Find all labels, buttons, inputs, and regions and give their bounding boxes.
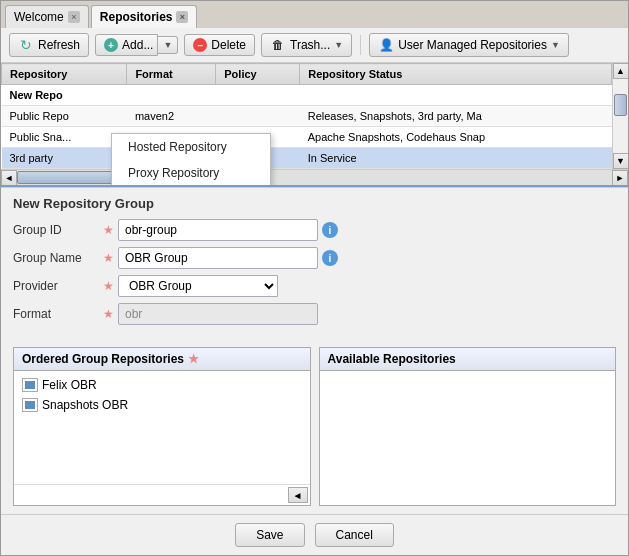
repository-table: Repository Format Policy Repository Stat…	[1, 63, 612, 169]
ordered-group-content: Felix OBR Snapshots OBR	[14, 371, 310, 484]
list-item[interactable]: Snapshots OBR	[18, 395, 306, 415]
available-repos-panel: Available Repositories	[319, 347, 617, 506]
col-format: Format	[127, 64, 216, 85]
add-label: Add...	[122, 38, 153, 52]
user-icon: 👤	[378, 37, 394, 53]
provider-select[interactable]: OBR Group	[118, 275, 278, 297]
toolbar-separator	[360, 35, 361, 55]
group-name-row: Group Name ★ i	[13, 247, 616, 269]
table-inner: Repository Format Policy Repository Stat…	[1, 63, 612, 169]
table-horizontal-scrollbar: ◄ ►	[1, 169, 628, 185]
table-row[interactable]: Public Sna... maven2 Apache Snapshots, C…	[2, 127, 612, 148]
group-name-label: Group Name	[13, 251, 103, 265]
tab-welcome[interactable]: Welcome ×	[5, 5, 89, 28]
ordered-group-title: Ordered Group Repositories	[22, 352, 184, 366]
form-title: New Repository Group	[13, 196, 616, 211]
provider-row: Provider ★ OBR Group	[13, 275, 616, 297]
trash-icon: 🗑	[270, 37, 286, 53]
add-button-group: + Add... ▼	[95, 34, 178, 56]
tab-bar: Welcome × Repositories ×	[1, 1, 628, 28]
cell-policy	[216, 85, 300, 106]
provider-required-star: ★	[103, 279, 114, 293]
repository-table-area: Repository Format Policy Repository Stat…	[1, 63, 628, 187]
menu-item-virtual[interactable]: Virtual Repository	[112, 186, 270, 187]
user-managed-button[interactable]: 👤 User Managed Repositories ▼	[369, 33, 569, 57]
refresh-button[interactable]: ↻ Refresh	[9, 33, 89, 57]
group-name-input[interactable]	[118, 247, 318, 269]
table-row[interactable]: New Repo	[2, 85, 612, 106]
refresh-label: Refresh	[38, 38, 80, 52]
bottom-panels: Ordered Group Repositories ★ Felix OBR S…	[1, 339, 628, 514]
table-row[interactable]: 3rd party maven2 release In Service	[2, 148, 612, 169]
tab-repositories-label: Repositories	[100, 10, 173, 24]
ordered-panel-left-arrow[interactable]: ◄	[288, 487, 308, 503]
user-managed-label: User Managed Repositories	[398, 38, 547, 52]
ordered-group-header: Ordered Group Repositories ★	[14, 348, 310, 371]
trash-label: Trash...	[290, 38, 330, 52]
tab-repositories-close[interactable]: ×	[176, 11, 188, 23]
add-main-button[interactable]: + Add...	[95, 34, 158, 56]
menu-item-proxy[interactable]: Proxy Repository	[112, 160, 270, 186]
add-dropdown-button[interactable]: ▼	[158, 36, 178, 54]
add-icon: +	[104, 38, 118, 52]
user-managed-dropdown-arrow-icon: ▼	[551, 40, 560, 50]
format-required-star: ★	[103, 307, 114, 321]
delete-label: Delete	[211, 38, 246, 52]
cell-format: maven2	[127, 106, 216, 127]
cell-name: Public Repo	[2, 106, 127, 127]
ordered-panel-bottom: ◄	[14, 484, 310, 505]
add-dropdown-menu: Hosted Repository Proxy Repository Virtu…	[111, 133, 271, 187]
format-row: Format ★	[13, 303, 616, 325]
cell-status: In Service	[300, 148, 612, 169]
cell-name: Public Sna...	[2, 127, 127, 148]
item-label: Snapshots OBR	[42, 398, 128, 412]
item-icon	[22, 398, 38, 412]
add-dropdown-arrow-icon: ▼	[163, 40, 172, 50]
delete-button[interactable]: − Delete	[184, 34, 255, 56]
tab-welcome-close[interactable]: ×	[68, 11, 80, 23]
cell-status: Apache Snapshots, Codehaus Snap	[300, 127, 612, 148]
available-repos-header: Available Repositories	[320, 348, 616, 371]
cell-format	[127, 85, 216, 106]
cancel-button[interactable]: Cancel	[315, 523, 394, 547]
table-row[interactable]: Public Repo maven2 Releases, Snapshots, …	[2, 106, 612, 127]
main-window: Welcome × Repositories × ↻ Refresh + Add…	[0, 0, 629, 556]
cell-name: 3rd party	[2, 148, 127, 169]
h-scroll-left-arrow[interactable]: ◄	[1, 170, 17, 186]
table-vertical-scrollbar: ▲ ▼	[612, 63, 628, 169]
group-id-input[interactable]	[118, 219, 318, 241]
col-policy: Policy	[216, 64, 300, 85]
cell-status	[300, 85, 612, 106]
available-repos-title: Available Repositories	[328, 352, 456, 366]
group-id-info-icon[interactable]: i	[322, 222, 338, 238]
cell-policy	[216, 106, 300, 127]
scroll-up-arrow[interactable]: ▲	[613, 63, 629, 79]
provider-label: Provider	[13, 279, 103, 293]
provider-select-wrap: OBR Group	[118, 275, 278, 297]
ordered-group-panel: Ordered Group Repositories ★ Felix OBR S…	[13, 347, 311, 506]
save-button[interactable]: Save	[235, 523, 304, 547]
scroll-thumb[interactable]	[614, 94, 627, 116]
format-input	[118, 303, 318, 325]
main-content: Repository Format Policy Repository Stat…	[1, 63, 628, 555]
col-repository: Repository	[2, 64, 127, 85]
group-id-required-star: ★	[103, 223, 114, 237]
refresh-icon: ↻	[18, 37, 34, 53]
group-name-info-icon[interactable]: i	[322, 250, 338, 266]
form-header-area: New Repository Group Group ID ★ i Group …	[1, 187, 628, 339]
toolbar: ↻ Refresh + Add... ▼ − Delete 🗑 Trash...…	[1, 28, 628, 63]
col-status: Repository Status	[300, 64, 612, 85]
ordered-required-star: ★	[188, 352, 199, 366]
menu-item-hosted[interactable]: Hosted Repository	[112, 134, 270, 160]
trash-button[interactable]: 🗑 Trash... ▼	[261, 33, 352, 57]
scroll-down-arrow[interactable]: ▼	[613, 153, 629, 169]
cell-status: Releases, Snapshots, 3rd party, Ma	[300, 106, 612, 127]
tab-repositories[interactable]: Repositories ×	[91, 5, 198, 28]
group-id-row: Group ID ★ i	[13, 219, 616, 241]
tab-welcome-label: Welcome	[14, 10, 64, 24]
cell-name: New Repo	[2, 85, 127, 106]
available-repos-content	[320, 371, 616, 505]
h-scroll-right-arrow[interactable]: ►	[612, 170, 628, 186]
h-scroll-track	[17, 170, 612, 185]
list-item[interactable]: Felix OBR	[18, 375, 306, 395]
